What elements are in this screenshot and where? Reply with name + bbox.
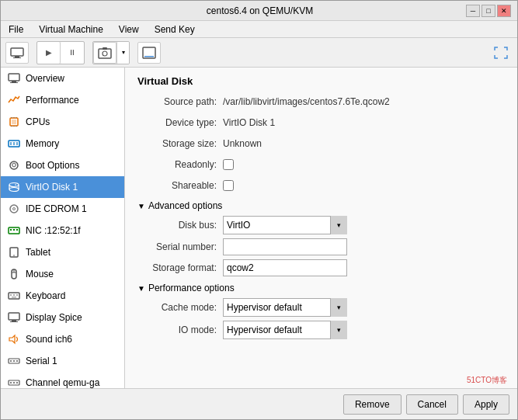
sidebar-label-cpus: CPUs — [26, 116, 50, 127]
svg-point-30 — [13, 208, 16, 210]
close-btn[interactable]: ✕ — [497, 5, 511, 17]
svg-point-50 — [13, 360, 15, 362]
cache-mode-select[interactable]: Hypervisor default none writethrough wri… — [223, 298, 347, 317]
sidebar-item-overview[interactable]: Overview — [1, 68, 124, 89]
sidebar-item-virtio-disk1[interactable]: VirtIO Disk 1 — [1, 176, 124, 198]
svg-rect-21 — [13, 142, 15, 145]
svg-point-49 — [10, 360, 12, 362]
menu-virtual-machine[interactable]: Virtual Machine — [34, 23, 108, 36]
svg-rect-22 — [16, 142, 18, 145]
svg-point-28 — [15, 184, 16, 186]
svg-point-36 — [13, 255, 15, 256]
svg-point-29 — [10, 205, 18, 213]
readonly-checkbox[interactable] — [223, 159, 234, 170]
sound-ich6-icon — [7, 332, 21, 346]
virtio-disk1-icon — [7, 180, 21, 194]
svg-rect-20 — [10, 142, 12, 145]
svg-rect-34 — [16, 229, 18, 231]
sidebar-item-keyboard[interactable]: Keyboard — [1, 285, 124, 307]
svg-point-27 — [9, 188, 19, 192]
sidebar-item-mouse[interactable]: Mouse — [1, 263, 124, 285]
sidebar-item-sound-ich6[interactable]: Sound ich6 — [1, 328, 124, 350]
run-btn[interactable]: ▶ — [37, 42, 61, 64]
display-spice-icon — [7, 311, 21, 325]
io-mode-select[interactable]: Hypervisor default threads native — [223, 321, 347, 339]
sidebar-label-display-spice: Display Spice — [26, 312, 82, 323]
minimize-btn[interactable]: ─ — [466, 5, 480, 17]
shareable-checkbox[interactable] — [223, 180, 234, 191]
remove-button[interactable]: Remove — [343, 394, 402, 415]
pause-btn[interactable]: ⏸ — [61, 42, 84, 64]
sidebar-item-display-spice[interactable]: Display Spice — [1, 307, 124, 328]
svg-rect-32 — [10, 229, 12, 231]
storage-size-row: Storage size: Unknown — [137, 135, 505, 152]
serial-number-row: Serial number: — [137, 238, 505, 255]
storage-format-input[interactable] — [223, 259, 347, 276]
watermark: 51CTO博客 — [467, 375, 507, 386]
bottom-bar: Remove Cancel Apply — [1, 388, 517, 419]
sidebar-item-nic[interactable]: NIC :12:52:1f — [1, 220, 124, 241]
screenshot-dropdown-btn[interactable]: ▾ — [116, 42, 129, 64]
svg-rect-43 — [12, 297, 16, 298]
sidebar-item-tablet[interactable]: Tablet — [1, 241, 124, 263]
serial-number-input[interactable] — [223, 238, 347, 255]
svg-rect-12 — [12, 120, 16, 124]
sidebar-label-tablet: Tablet — [26, 247, 50, 258]
disk-bus-row: Disk bus: VirtIO IDE SCSI USB SATA ▾ — [137, 216, 505, 234]
sidebar-item-memory[interactable]: Memory — [1, 133, 124, 154]
console-btn[interactable] — [137, 42, 161, 64]
ide-cdrom1-icon — [7, 202, 21, 216]
mouse-icon — [7, 267, 21, 281]
source-path-label: Source path: — [137, 96, 223, 107]
io-mode-row: IO mode: Hypervisor default threads nati… — [137, 321, 505, 339]
monitor-btn[interactable] — [5, 42, 29, 64]
sidebar-item-serial1[interactable]: Serial 1 — [1, 350, 124, 372]
cpus-icon — [7, 115, 21, 129]
sidebar-label-mouse: Mouse — [26, 269, 54, 279]
sidebar-item-performance[interactable]: Performance — [1, 89, 124, 111]
performance-options-header[interactable]: ▼ Performance options — [137, 283, 505, 293]
toolbar: ▶ ⏸ ▾ — [1, 38, 517, 68]
svg-rect-41 — [13, 294, 15, 296]
svg-point-53 — [10, 382, 12, 384]
sidebar-label-sound-ich6: Sound ich6 — [26, 334, 72, 345]
tablet-icon — [7, 245, 21, 259]
keyboard-icon — [7, 289, 21, 303]
sidebar-label-performance: Performance — [26, 95, 79, 106]
cache-mode-select-wrapper: Hypervisor default none writethrough wri… — [223, 298, 347, 317]
nic-icon — [7, 224, 21, 238]
readonly-label: Readonly: — [137, 159, 223, 170]
cancel-button[interactable]: Cancel — [406, 394, 458, 415]
menu-send-key[interactable]: Send Key — [150, 23, 200, 36]
svg-point-4 — [103, 51, 107, 56]
svg-rect-7 — [144, 56, 154, 57]
sidebar-item-cpus[interactable]: CPUs — [1, 111, 124, 133]
fullscreen-btn[interactable] — [489, 42, 513, 64]
performance-options-label: Performance options — [148, 283, 235, 293]
storage-format-row: Storage format: — [137, 259, 505, 276]
advanced-options-header[interactable]: ▼ Advanced options — [137, 200, 505, 211]
maximize-btn[interactable]: □ — [481, 5, 495, 17]
svg-rect-44 — [9, 313, 19, 320]
sidebar: Overview Performance CPUs Memory — [1, 68, 125, 388]
svg-point-54 — [13, 382, 15, 384]
detail-panel: Virtual Disk Source path: /var/lib/libvi… — [125, 68, 517, 388]
sidebar-label-ide-cdrom1: IDE CDROM 1 — [26, 203, 87, 214]
disk-bus-select-wrapper: VirtIO IDE SCSI USB SATA ▾ — [223, 216, 347, 234]
screenshot-btn[interactable] — [93, 42, 116, 64]
svg-rect-46 — [10, 321, 18, 322]
cache-mode-label: Cache mode: — [137, 302, 223, 313]
disk-bus-select[interactable]: VirtIO IDE SCSI USB SATA — [223, 216, 347, 234]
sidebar-item-ide-cdrom1[interactable]: IDE CDROM 1 — [1, 198, 124, 220]
device-type-value: VirtIO Disk 1 — [223, 117, 275, 128]
storage-size-value: Unknown — [223, 138, 262, 149]
sidebar-label-nic: NIC :12:52:1f — [26, 225, 81, 236]
menu-file[interactable]: File — [4, 23, 28, 36]
source-path-row: Source path: /var/lib/libvirt/images/cen… — [137, 93, 505, 110]
disk-bus-label: Disk bus: — [137, 220, 223, 231]
menu-view[interactable]: View — [114, 23, 144, 36]
sidebar-item-boot-options[interactable]: Boot Options — [1, 154, 124, 176]
main-content: Overview Performance CPUs Memory — [1, 68, 517, 388]
sidebar-item-channel-qemu-ga[interactable]: Channel qemu-ga — [1, 372, 124, 388]
apply-button[interactable]: Apply — [463, 394, 509, 415]
